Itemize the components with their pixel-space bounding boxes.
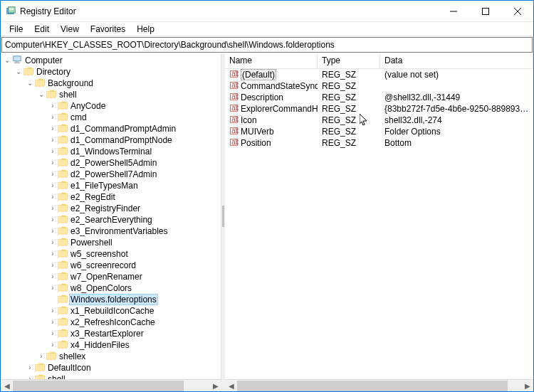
chevron-right-icon[interactable] [48,260,58,270]
chevron-down-icon[interactable] [2,55,12,65]
menu-edit[interactable]: Edit [28,23,55,35]
chevron-right-icon[interactable] [48,306,58,316]
tree-item[interactable]: w5_screenshot [2,248,221,260]
chevron-right-icon[interactable] [36,351,46,361]
chevron-right-icon[interactable] [48,203,58,213]
chevron-right-icon[interactable] [48,169,58,179]
col-type[interactable]: Type [318,53,380,68]
folder-icon [58,306,68,317]
tree-item[interactable]: d2_PowerShell5Admin [2,157,221,169]
value-row[interactable]: abPositionREG_SZBottom [225,137,533,149]
menu-help[interactable]: Help [131,23,160,35]
value-row[interactable]: abMUIVerbREG_SZFolder Options [225,126,533,137]
tree-item-label: x1_RebuildIconCache [69,306,155,316]
minimize-button[interactable] [437,1,469,21]
chevron-right-icon[interactable] [48,158,58,168]
tree-item-label: Background [46,78,95,88]
splitter[interactable] [221,53,225,379]
tree-item[interactable]: w6_screenrecord [2,260,221,271]
tree-item[interactable]: Directory [2,66,221,78]
tree-item[interactable]: e3_EnvironmentVariables [2,226,221,237]
tree-item[interactable]: d1_WindowsTerminal [2,146,221,157]
tree-item[interactable]: x2_RefreshIconCache [2,317,221,328]
tree-item[interactable]: shell [2,374,221,379]
tree-item[interactable]: DefaultIcon [2,362,221,374]
value-row[interactable]: abIconREG_SZshell32.dll,-274 [225,115,533,126]
chevron-right-icon[interactable] [48,135,58,145]
chevron-right-icon[interactable] [25,363,35,373]
chevron-right-icon[interactable] [48,112,58,122]
scroll-right-icon[interactable]: ▶ [209,380,221,392]
chevron-right-icon[interactable] [48,329,58,339]
tree-item[interactable]: e2_RegistryFinder [2,203,221,214]
chevron-right-icon[interactable] [48,238,58,248]
chevron-right-icon[interactable] [48,226,58,236]
tree-item[interactable]: AnyCode [2,100,221,112]
scroll-thumb[interactable] [13,381,184,391]
tree-item[interactable]: d1_CommandPromptAdmin [2,123,221,134]
chevron-down-icon[interactable] [36,90,46,100]
chevron-right-icon[interactable] [48,101,58,111]
tree-pane[interactable]: ComputerDirectoryBackgroundshellAnyCodec… [1,53,221,379]
chevron-right-icon[interactable] [48,215,58,225]
tree-item[interactable]: Background [2,78,221,89]
scroll-thumb[interactable] [237,381,508,391]
tree-item-label: e2_RegEdit [69,192,117,202]
chevron-right-icon[interactable] [48,147,58,157]
tree-item[interactable]: cmd [2,112,221,123]
chevron-right-icon[interactable] [48,283,58,293]
value-type: REG_SZ [318,104,380,114]
tree-h-scrollbar[interactable]: ◀ ▶ [1,379,221,391]
menu-file[interactable]: File [4,23,28,35]
value-row[interactable]: abExplorerCommandHandlerREG_SZ{83bb272f-… [225,103,533,115]
tree-item[interactable]: shellex [2,351,221,362]
chevron-right-icon[interactable] [48,272,58,282]
tree-item[interactable]: Computer [2,55,221,66]
chevron-right-icon[interactable] [25,374,35,379]
chevron-right-icon[interactable] [48,249,58,259]
scroll-left-icon[interactable]: ◀ [225,380,237,392]
chevron-right-icon[interactable] [48,181,58,191]
chevron-right-icon[interactable] [48,192,58,202]
list-h-scrollbar[interactable]: ◀ ▶ [225,379,533,391]
tree-item[interactable]: e2_RegEdit [2,191,221,203]
app-icon [6,6,16,16]
menu-view[interactable]: View [55,23,85,35]
tree-item[interactable]: e2_SearchEverything [2,214,221,226]
tree-item-label: d1_WindowsTerminal [69,147,153,157]
chevron-down-icon[interactable] [14,67,23,77]
col-name[interactable]: Name [225,53,318,68]
scroll-right-icon[interactable]: ▶ [521,380,533,392]
tree-item[interactable]: shell [2,89,221,100]
scroll-left-icon[interactable]: ◀ [1,380,13,392]
value-row[interactable]: abCommandStateSyncREG_SZ [225,80,533,92]
tree-item-label: w7_OpenRenamer [69,272,144,282]
tree-item-label: Directory [35,67,72,77]
tree-item[interactable]: e1_FileTypesMan [2,180,221,191]
tree-item[interactable]: w8_OpenColors [2,282,221,294]
menu-favorites[interactable]: Favorites [85,23,131,35]
tree-item[interactable]: Windows.folderoptions [2,294,221,305]
tree-item[interactable]: x1_RebuildIconCache [2,305,221,317]
tree-item[interactable]: d1_CommandPromptNode [2,134,221,146]
tree-item[interactable]: d2_PowerShell7Admin [2,169,221,180]
tree-item[interactable]: w7_OpenRenamer [2,271,221,282]
tree-item-label: x2_RefreshIconCache [69,317,157,327]
list-body[interactable]: ab(Default)REG_SZ(value not set)abComman… [225,69,533,379]
chevron-right-icon[interactable] [48,317,58,327]
tree-item[interactable]: x3_RestartExplorer [2,328,221,339]
tree-item-label: x3_RestartExplorer [69,329,145,339]
col-data[interactable]: Data [380,53,533,68]
maximize-button[interactable] [469,1,501,21]
close-button[interactable] [501,1,533,21]
tree-item[interactable]: x4_HiddenFiles [2,339,221,351]
computer-icon [12,55,22,66]
chevron-right-icon[interactable] [48,124,58,134]
tree-item[interactable]: Powershell [2,237,221,248]
value-row[interactable]: abDescriptionREG_SZ@shell32.dll,-31449 [225,92,533,103]
chevron-down-icon[interactable] [25,78,35,88]
chevron-right-icon[interactable] [48,340,58,350]
folder-icon [58,169,68,180]
address-bar[interactable]: Computer\HKEY_CLASSES_ROOT\Directory\Bac… [1,37,533,53]
value-row[interactable]: ab(Default)REG_SZ(value not set) [225,69,533,80]
